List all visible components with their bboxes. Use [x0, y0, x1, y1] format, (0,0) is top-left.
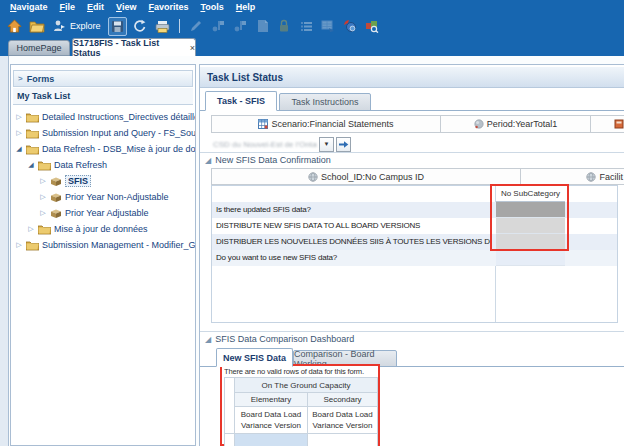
entity-dropdown-button[interactable]: ▼: [319, 137, 334, 152]
expand-collapsed-icon[interactable]: ▷: [27, 225, 35, 233]
grid-row-1: Is there updated SFIS data?: [212, 202, 617, 218]
pov-scenario[interactable]: Scenario:Financial Statements: [211, 115, 441, 133]
grid-export-icon[interactable]: [320, 18, 337, 35]
refresh-icon[interactable]: [132, 18, 149, 35]
expand-collapsed-icon[interactable]: ▷: [15, 129, 23, 137]
menu-file[interactable]: File: [54, 0, 82, 15]
expand-collapsed-icon[interactable]: ▷: [15, 113, 23, 121]
package-search-icon[interactable]: [364, 18, 381, 35]
menu-navigate[interactable]: Navigate: [4, 0, 54, 15]
expand-collapsed-icon[interactable]: ▷: [39, 177, 47, 185]
folder-icon: [38, 160, 51, 171]
panel-title: Task List Status: [200, 67, 624, 88]
member-sphere-icon: [474, 119, 484, 129]
section-new-sfis-data-confirmation[interactable]: ◢ New SFIS Data Confirmation: [200, 152, 624, 167]
caret-down-icon: ▼: [324, 141, 330, 147]
row-label: Do you want to use new SFIS data?: [216, 250, 492, 266]
adjust-flag-icon[interactable]: [210, 18, 227, 35]
menu-edit[interactable]: Edit: [81, 0, 110, 15]
explore-label[interactable]: Explore: [70, 21, 101, 31]
expand-collapsed-icon[interactable]: ▷: [15, 241, 23, 249]
tree-item-prior-year-adjustable[interactable]: ▷ Prior Year Adjustable: [11, 205, 195, 221]
grid-cell-use-new-sfis[interactable]: [496, 250, 565, 266]
task-tab-strip: Task - SFIS Task Instructions: [200, 88, 624, 111]
forms-header-label: Forms: [27, 74, 55, 84]
expand-collapsed-icon[interactable]: ▷: [39, 193, 47, 201]
pov-version-partial[interactable]: [591, 115, 624, 133]
tab-task-instructions[interactable]: Task Instructions: [279, 93, 371, 111]
save-icon[interactable]: [108, 17, 127, 36]
confirmation-grid: No SubCategory Is there updated SFIS dat…: [211, 185, 618, 323]
home-icon[interactable]: [6, 18, 23, 35]
tree-item-data-refresh-root[interactable]: ◢ Data Refresh - DSB_Mise à jour de donn…: [11, 141, 195, 157]
tree-item-label: Submission Input and Query - FS_Soumissi…: [42, 128, 195, 138]
tree-item-sfis[interactable]: ▷ SFIS: [11, 173, 195, 189]
pov-school-id[interactable]: School_ID:No Campus ID: [211, 168, 521, 185]
open-folder-icon[interactable]: [28, 18, 45, 35]
column-header-elementary: Elementary: [235, 393, 308, 407]
tab-task-sfis[interactable]: Task - SFIS: [205, 91, 277, 111]
edit-pencil-icon[interactable]: [188, 18, 205, 35]
tree-item-submission-input[interactable]: ▷ Submission Input and Query - FS_Soumis…: [11, 125, 195, 141]
document-icon[interactable]: [254, 18, 271, 35]
tree-item-label: Data Refresh - DSB_Mise à jour de donnée…: [42, 144, 195, 154]
tree-item-label: Detailed Instructions_Directives détaill…: [42, 112, 195, 122]
forms-accordion-header[interactable]: > Forms: [13, 70, 193, 87]
pov-bar: Scenario:Financial Statements Period:Yea…: [211, 115, 624, 133]
tab-homepage-label: HomePage: [16, 43, 61, 53]
menu-help[interactable]: Help: [230, 0, 262, 15]
tab-task-instructions-label: Task Instructions: [291, 97, 358, 107]
grid-cell-distribute-en[interactable]: [496, 218, 565, 234]
expand-expanded-icon[interactable]: ◢: [15, 145, 23, 153]
close-tab-icon[interactable]: ×: [190, 43, 195, 53]
group-header-on-the-ground-capacity: On The Ground Capacity: [235, 378, 378, 393]
menu-tools[interactable]: Tools: [194, 0, 229, 15]
lock-icon[interactable]: [276, 18, 293, 35]
data-cell-elementary-selected[interactable]: [235, 434, 308, 446]
adjust-flag-icon-2[interactable]: [232, 18, 249, 35]
tree-item-label: Data Refresh: [54, 160, 107, 170]
section-sfis-data-comparison-dashboard[interactable]: ◢ SFIS Data Comparison Dashboard: [200, 331, 624, 346]
grid-row-3: DISTRIBUER LES NOUVELLES DONNÉES SIIS À …: [212, 234, 617, 250]
tab-homepage[interactable]: HomePage: [8, 40, 70, 56]
grid-row-2: DISTRIBUTE NEW SFIS DATA TO ALL BOARD VE…: [212, 218, 617, 234]
tree-item-submission-management[interactable]: ▷ Submission Management - Modifier_Gesti…: [11, 237, 195, 253]
version-icon: [614, 119, 624, 129]
tree-item-data-refresh[interactable]: ◢ Data Refresh: [11, 157, 195, 173]
row-label: DISTRIBUTE NEW SFIS DATA TO ALL BOARD VE…: [216, 218, 492, 234]
go-button[interactable]: [336, 137, 351, 152]
row-label: DISTRIBUER LES NOUVELLES DONNÉES SIIS À …: [216, 234, 492, 250]
globe-icon: [586, 172, 596, 182]
task-cube-icon: [50, 192, 62, 203]
expand-collapsed-icon[interactable]: ▷: [39, 209, 47, 217]
data-cell-secondary[interactable]: [308, 434, 378, 446]
tree-item-label: Prior Year Adjustable: [65, 208, 149, 218]
my-task-list-header[interactable]: My Task List: [13, 88, 193, 105]
pov-period[interactable]: Period:YearTotal1: [441, 115, 591, 133]
tab-new-sfis-data-label: New SFIS Data: [223, 353, 286, 363]
tree-item-mise-a-jour[interactable]: ▷ Mise à jour de données: [11, 221, 195, 237]
refresh-database-icon[interactable]: [342, 18, 359, 35]
grid-cell-updated-sfis[interactable]: [496, 202, 565, 218]
printer-icon[interactable]: [154, 18, 171, 35]
folder-icon: [38, 224, 51, 235]
explore-icon[interactable]: [50, 18, 67, 35]
tab-task-list-status[interactable]: S1718FIS - Task List Status ×: [72, 38, 196, 56]
column-header-label: No SubCategory: [501, 189, 560, 198]
folder-icon: [26, 128, 39, 139]
menu-bar: Navigate File Edit View Favorites Tools …: [0, 0, 624, 15]
grid-cell-distribute-fr[interactable]: [496, 234, 565, 250]
pov-facility[interactable]: Facilit: [521, 168, 624, 185]
list-icon[interactable]: [298, 18, 315, 35]
menu-view[interactable]: View: [110, 0, 142, 15]
tree-item-prior-year-non-adjustable[interactable]: ▷ Prior Year Non-Adjustable: [11, 189, 195, 205]
tree-item-label-selected: SFIS: [65, 175, 91, 187]
entity-selector-value[interactable]: CSD du Nouvel-Est de l'Ontario: [213, 140, 317, 149]
collapsed-panel-strip[interactable]: [0, 56, 9, 446]
entity-selector-row: CSD du Nouvel-Est de l'Ontario ▼: [213, 136, 351, 152]
menu-favorites[interactable]: Favorites: [142, 0, 194, 15]
expand-expanded-icon[interactable]: ◢: [27, 161, 35, 169]
tab-new-sfis-data[interactable]: New SFIS Data: [216, 348, 293, 367]
tree-item-detailed-instructions[interactable]: ▷ Detailed Instructions_Directives détai…: [11, 109, 195, 125]
mini-table-row-header-cell: [225, 434, 235, 446]
